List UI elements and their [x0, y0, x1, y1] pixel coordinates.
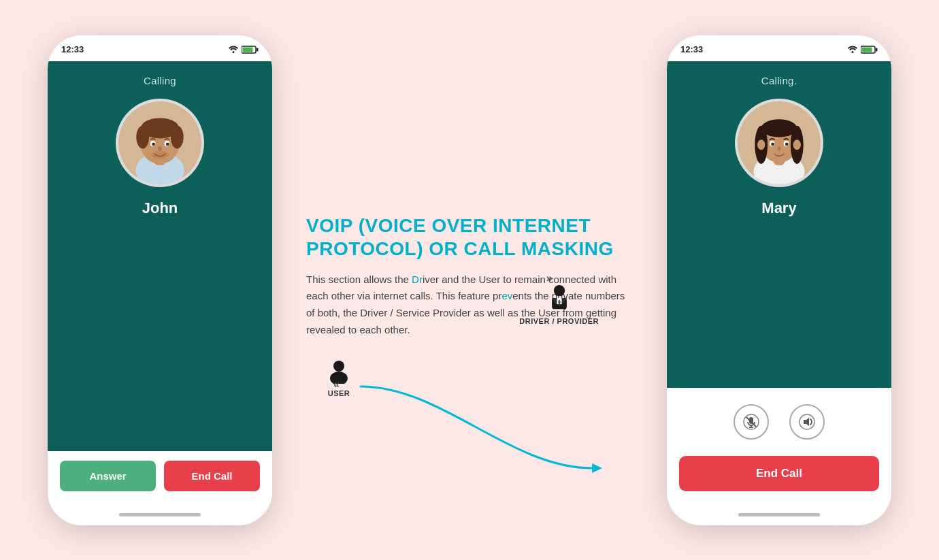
left-calling-label: Calling	[144, 75, 176, 86]
speaker-button[interactable]	[789, 404, 825, 440]
left-phone-bottom: Answer End Call	[48, 451, 272, 505]
end-call-button-left[interactable]: End Call	[164, 461, 260, 491]
left-phone-notch	[119, 35, 201, 54]
middle-content: VOIP (VOICE OVER INTERNET PROTOCOL) OR C…	[286, 201, 653, 359]
left-phone: 12:33 ▲ Calling	[48, 35, 272, 525]
speaker-icon	[799, 414, 815, 430]
battery-icon	[242, 46, 259, 54]
right-phone-screen: Calling.	[667, 61, 891, 388]
left-phone-screen: Calling	[48, 61, 272, 451]
svg-point-16	[151, 151, 169, 159]
right-avatar	[735, 99, 823, 187]
right-wifi-icon	[847, 46, 858, 53]
driver-node: » DRIVER / PROVIDER	[519, 284, 599, 325]
end-call-button-right[interactable]: End Call	[679, 456, 879, 491]
driver-person-icon	[546, 284, 573, 312]
svg-rect-2	[257, 48, 259, 51]
svg-point-13	[152, 142, 155, 146]
left-phone-home	[48, 505, 272, 525]
left-avatar	[116, 99, 204, 187]
svg-point-10	[171, 125, 184, 148]
left-home-bar	[119, 513, 201, 516]
wifi-icon	[228, 46, 239, 53]
svg-rect-3	[243, 47, 253, 52]
left-phone-time: 12:33	[61, 44, 84, 54]
svg-point-9	[136, 125, 149, 148]
svg-marker-49	[804, 418, 809, 426]
right-caller-name: Mary	[761, 199, 796, 217]
svg-point-0	[233, 51, 235, 53]
svg-point-14	[166, 142, 169, 146]
right-phone-home	[667, 505, 891, 525]
mute-icon	[743, 414, 759, 430]
john-avatar-svg	[118, 101, 201, 184]
mary-avatar-svg	[738, 101, 821, 184]
driver-node-icon-area: »	[546, 284, 573, 314]
call-controls	[679, 404, 879, 440]
svg-point-42	[785, 142, 789, 146]
svg-marker-19	[592, 463, 602, 473]
mute-button[interactable]	[734, 404, 769, 440]
left-phone-status-icons	[228, 46, 259, 54]
svg-point-15	[158, 146, 162, 151]
svg-point-43	[778, 146, 781, 151]
right-calling-label: Calling.	[761, 75, 797, 86]
answer-button[interactable]: Answer	[60, 461, 156, 491]
driver-chevrons: »	[546, 272, 553, 284]
driver-label: DRIVER / PROVIDER	[519, 317, 599, 325]
right-phone-status-icons	[847, 46, 878, 54]
section-title: VOIP (VOICE OVER INTERNET PROTOCOL) OR C…	[306, 214, 633, 260]
left-caller-name: John	[142, 199, 178, 217]
svg-rect-28	[876, 48, 878, 51]
right-phone: 12:33 ▲ Calling.	[667, 35, 891, 525]
svg-point-41	[771, 142, 774, 146]
svg-point-38	[793, 139, 801, 150]
svg-rect-29	[862, 47, 872, 52]
svg-point-26	[852, 51, 854, 53]
right-phone-time: 12:33	[680, 44, 703, 54]
curve-arrow-svg	[306, 352, 633, 502]
right-phone-notch	[738, 35, 820, 54]
main-container: 12:33 ▲ Calling	[0, 0, 939, 560]
svg-point-37	[757, 139, 765, 150]
svg-point-20	[553, 285, 564, 296]
right-battery-icon	[861, 46, 878, 54]
right-phone-bottom: End Call	[667, 388, 891, 505]
right-home-bar	[738, 513, 820, 516]
svg-point-36	[761, 119, 797, 137]
left-action-buttons: Answer End Call	[60, 461, 260, 491]
